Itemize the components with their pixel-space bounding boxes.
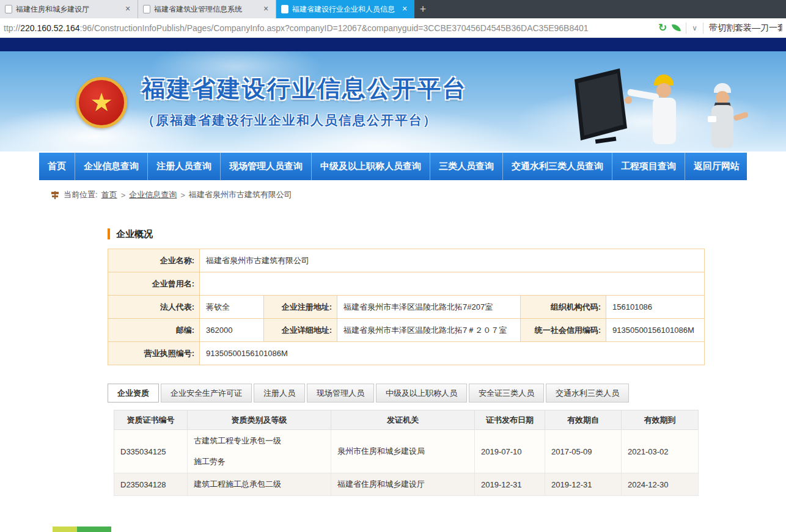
site-titles: 福建省建设行业信息公开平台 （原福建省建设行业企业和人员信息公开平台） xyxy=(142,73,468,129)
browser-tab-title: 福建省建筑业管理信息系统 xyxy=(154,4,257,15)
category-cell: 建筑工程施工总承包二级 xyxy=(188,473,331,496)
bookmark-label[interactable]: 带切割套装—刀一套 xyxy=(709,23,782,34)
org-code-label: 组织机构代码: xyxy=(521,296,606,319)
table-header-row: 资质证书编号 资质类别及等级 发证机关 证书发布日期 有效期自 有效期到 xyxy=(114,410,699,430)
col-header-category: 资质类别及等级 xyxy=(188,410,331,430)
table-row: 企业名称: 福建省泉州市古建筑有限公司 xyxy=(108,249,705,272)
cert-no-cell: D335034125 xyxy=(114,430,188,473)
construction-workers-illustration xyxy=(564,60,765,151)
breadcrumb-label: 当前位置: xyxy=(64,189,98,200)
category-line: 古建筑工程专业承包一级 xyxy=(194,435,325,446)
tab-mid-title-personnel[interactable]: 中级及以上职称人员 xyxy=(376,384,467,403)
breadcrumb-separator: > xyxy=(180,191,185,200)
col-header-valid-from: 有效期自 xyxy=(545,410,622,430)
address-bar-actions: ↻ ∨ 带切割套装—刀一套 xyxy=(652,21,782,34)
url-text[interactable]: ttp://220.160.52.164:96/ConstructionInfo… xyxy=(4,23,652,33)
col-header-authority: 发证机关 xyxy=(331,410,475,430)
page-favicon xyxy=(5,5,12,13)
nav-item-home[interactable]: 首页 xyxy=(39,153,75,180)
breadcrumb-current-page: 福建省泉州市古建筑有限公司 xyxy=(189,189,292,200)
toolbar-divider xyxy=(703,23,703,34)
close-icon[interactable]: × xyxy=(123,4,133,14)
browser-tab-title: 福建住房和城乡建设厅 xyxy=(16,4,119,15)
floating-widget-partial[interactable] xyxy=(53,527,111,532)
publish-date-cell: 2019-12-31 xyxy=(475,473,545,496)
nav-item-mid-title-personnel[interactable]: 中级及以上职称人员查询 xyxy=(312,153,430,180)
tab-registered-personnel[interactable]: 注册人员 xyxy=(254,384,305,403)
url-path: :96/ConstructionInfoPublish/Pages/Compan… xyxy=(80,23,589,33)
breadcrumb-separator: > xyxy=(121,191,126,200)
browser-tab-3-active[interactable]: 福建省建设行业企业和人员信息 × xyxy=(276,0,414,18)
nav-item-registered-personnel[interactable]: 注册人员查询 xyxy=(148,153,221,180)
browser-tab-2[interactable]: 福建省建筑业管理信息系统 × xyxy=(138,0,276,18)
registered-address-value: 福建省泉州市丰泽区温陵北路北拓7#207室 xyxy=(337,296,521,319)
nav-item-back-to-site[interactable]: 返回厅网站 xyxy=(685,153,748,180)
company-info-table: 企业名称: 福建省泉州市古建筑有限公司 企业曾用名: 法人代表: 蒋钦全 企业注… xyxy=(108,249,705,365)
category-line: 施工劳务 xyxy=(194,456,325,467)
table-row: 法人代表: 蒋钦全 企业注册地址: 福建省泉州市丰泽区温陵北路北拓7#207室 … xyxy=(108,296,705,319)
close-icon[interactable]: × xyxy=(261,4,271,14)
license-no-value: 91350500156101086M xyxy=(200,342,705,365)
table-row: 营业执照编号: 91350500156101086M xyxy=(108,342,705,365)
org-code-value: 156101086 xyxy=(606,296,705,319)
nav-item-three-types[interactable]: 三类人员查询 xyxy=(430,153,503,180)
nav-item-site-managers[interactable]: 现场管理人员查询 xyxy=(221,153,312,180)
authority-cell: 泉州市住房和城乡建设局 xyxy=(331,430,475,473)
site-banner: ★ 福建省建设行业信息公开平台 （原福建省建设行业企业和人员信息公开平台） xyxy=(0,51,786,151)
zip-value: 362000 xyxy=(200,319,264,342)
company-name-label: 企业名称: xyxy=(108,249,200,272)
former-name-label: 企业曾用名: xyxy=(108,272,200,296)
new-tab-icon[interactable]: + xyxy=(414,0,432,18)
breadcrumb: 当前位置: 首页 > 企业信息查询 > 福建省泉州市古建筑有限公司 xyxy=(39,180,747,208)
nav-item-project-query[interactable]: 工程项目查询 xyxy=(612,153,685,180)
category-line: 建筑工程施工总承包二级 xyxy=(194,479,325,490)
site-subtitle: （原福建省建设行业企业和人员信息公开平台） xyxy=(142,112,468,129)
page-favicon xyxy=(143,5,150,13)
close-icon[interactable]: × xyxy=(400,4,410,14)
tab-safety-production-license[interactable]: 企业安全生产许可证 xyxy=(161,384,252,403)
nav-item-company-query[interactable]: 企业信息查询 xyxy=(75,153,148,180)
cert-no-cell: D235034128 xyxy=(114,473,188,496)
tab-transport-water-three-types[interactable]: 交通水利三类人员 xyxy=(546,384,629,403)
leaf-extension-icon[interactable] xyxy=(672,23,681,32)
national-emblem-logo: ★ xyxy=(76,77,127,128)
col-header-cert-no: 资质证书编号 xyxy=(114,410,188,430)
tab-site-managers[interactable]: 现场管理人员 xyxy=(307,384,374,403)
former-name-value xyxy=(200,272,705,296)
address-bar[interactable]: ttp://220.160.52.164:96/ConstructionInfo… xyxy=(0,18,786,38)
license-no-label: 营业执照编号: xyxy=(108,342,200,365)
valid-from-cell: 2019-12-31 xyxy=(545,473,622,496)
detail-address-value: 福建省泉州市丰泽区温陵北路北拓7＃２０７室 xyxy=(337,319,521,342)
nav-item-transport-water-three-types[interactable]: 交通水利三类人员查询 xyxy=(503,153,612,180)
browser-tab-title: 福建省建设行业企业和人员信息 xyxy=(292,4,396,15)
breadcrumb-home-link[interactable]: 首页 xyxy=(101,189,117,200)
breadcrumb-company-query-link[interactable]: 企业信息查询 xyxy=(129,189,177,200)
table-row: 邮编: 362000 企业详细地址: 福建省泉州市丰泽区温陵北路北拓7＃２０７室… xyxy=(108,319,705,342)
section-title-company-overview: 企业概况 xyxy=(108,228,747,239)
zip-label: 邮编: xyxy=(108,319,200,342)
main-nav: 首页 企业信息查询 注册人员查询 现场管理人员查询 中级及以上职称人员查询 三类… xyxy=(39,153,747,180)
table-row: D335034125 古建筑工程专业承包一级 施工劳务 泉州市住房和城乡建设局 … xyxy=(114,430,699,473)
tab-company-qualification[interactable]: 企业资质 xyxy=(108,384,159,403)
refresh-extension-icon[interactable]: ↻ xyxy=(658,21,667,34)
credit-code-value: 91350500156101086M xyxy=(606,319,705,342)
company-name-value: 福建省泉州市古建筑有限公司 xyxy=(200,249,705,272)
signpost-icon xyxy=(50,190,60,200)
legal-rep-value: 蒋钦全 xyxy=(200,296,264,319)
legal-rep-label: 法人代表: xyxy=(108,296,200,319)
qualification-table: 资质证书编号 资质类别及等级 发证机关 证书发布日期 有效期自 有效期到 D33… xyxy=(114,410,699,496)
url-host: 220.160.52.164 xyxy=(20,23,79,33)
chevron-down-icon[interactable]: ∨ xyxy=(692,24,697,32)
credit-code-label: 统一社会信用编码: xyxy=(521,319,606,342)
table-row: D235034128 建筑工程施工总承包二级 福建省住房和城乡建设厅 2019-… xyxy=(114,473,699,496)
detail-tabs: 企业资质 企业安全生产许可证 注册人员 现场管理人员 中级及以上职称人员 安全证… xyxy=(108,384,747,403)
registered-address-label: 企业注册地址: xyxy=(264,296,337,319)
category-cell: 古建筑工程专业承包一级 施工劳务 xyxy=(188,430,331,473)
url-scheme: ttp:// xyxy=(4,23,20,33)
browser-tab-1[interactable]: 福建住房和城乡建设厅 × xyxy=(0,0,138,18)
tab-safety-cert-three-types[interactable]: 安全证三类人员 xyxy=(469,384,544,403)
page-favicon xyxy=(281,5,288,13)
table-row: 企业曾用名: xyxy=(108,272,705,296)
toolbar-divider xyxy=(686,23,686,34)
col-header-publish-date: 证书发布日期 xyxy=(475,410,545,430)
